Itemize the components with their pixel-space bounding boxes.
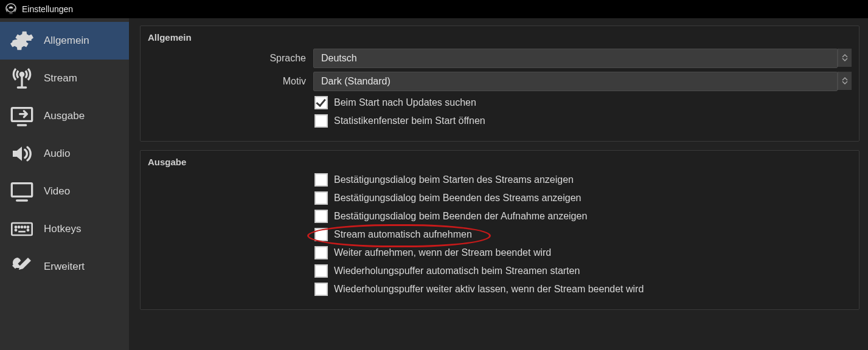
- output-icon: [9, 104, 35, 128]
- svg-point-12: [15, 230, 16, 231]
- checkbox-row-updates: Beim Start nach Updates suchen: [314, 96, 852, 109]
- sidebar-item-ausgabe[interactable]: Ausgabe: [0, 97, 129, 135]
- svg-point-11: [27, 227, 29, 228]
- theme-spinner[interactable]: [838, 72, 852, 90]
- monitor-icon: [9, 179, 35, 204]
- sidebar-item-erweitert[interactable]: Erweitert: [0, 248, 129, 286]
- row-language: Sprache Deutsch: [148, 49, 852, 68]
- checkbox-row-stats: Statistikenfenster beim Start öffnen: [314, 114, 852, 128]
- checkbox-keep-recording[interactable]: [314, 246, 328, 259]
- checkbox-row-replay-buffer-start: Wiederholungspuffer automatisch beim Str…: [314, 264, 852, 278]
- sidebar-item-label: Allgemein: [44, 35, 89, 47]
- sidebar-item-label: Stream: [44, 72, 77, 84]
- sidebar-item-label: Video: [44, 185, 70, 197]
- checkbox-confirm-start-stream[interactable]: [314, 173, 328, 187]
- gear-icon: [9, 29, 35, 53]
- sidebar: Allgemein Stream Ausgabe Audio Video: [0, 18, 129, 350]
- checkbox-confirm-stop-stream[interactable]: [314, 191, 328, 205]
- checkbox-label: Stream automatisch aufnehmen: [334, 229, 472, 240]
- sidebar-item-label: Erweitert: [44, 261, 85, 273]
- panel-title: Allgemein: [148, 32, 852, 43]
- titlebar: Einstellungen: [0, 0, 868, 18]
- speaker-icon: [9, 142, 35, 166]
- sidebar-item-label: Ausgabe: [44, 110, 85, 122]
- checkbox-label: Wiederholungspuffer automatisch beim Str…: [334, 266, 580, 276]
- keyboard-icon: [9, 217, 35, 241]
- svg-point-7: [15, 227, 16, 228]
- panel-title: Ausgabe: [148, 157, 852, 167]
- language-select[interactable]: Deutsch: [313, 49, 838, 68]
- window-title: Einstellungen: [22, 4, 73, 14]
- checkbox-label: Bestätigungsdialog beim Beenden des Stre…: [334, 193, 582, 204]
- antenna-icon: [9, 66, 35, 91]
- content-area: Allgemein Sprache Deutsch Motiv: [129, 18, 868, 350]
- checkbox-label: Bestätigungsdialog beim Starten des Stre…: [334, 174, 574, 185]
- checkbox-label: Bestätigungsdialog beim Beenden der Aufn…: [334, 211, 587, 222]
- checkbox-auto-record-stream[interactable]: [314, 228, 328, 241]
- checkbox-row-confirm-stop-stream: Bestätigungsdialog beim Beenden des Stre…: [314, 191, 852, 205]
- checkbox-row-replay-buffer-keep: Wiederholungspuffer weiter aktiv lassen,…: [314, 283, 852, 296]
- checkbox-replay-buffer-keep[interactable]: [314, 283, 328, 296]
- checkbox-confirm-stop-record[interactable]: [314, 210, 328, 223]
- sidebar-item-stream[interactable]: Stream: [0, 60, 129, 97]
- svg-rect-5: [12, 184, 32, 197]
- checkbox-label: Beim Start nach Updates suchen: [334, 97, 476, 108]
- svg-point-9: [21, 227, 23, 228]
- checkbox-label: Statistikenfenster beim Start öffnen: [334, 115, 485, 126]
- panel-allgemein: Allgemein Sprache Deutsch Motiv: [140, 26, 859, 142]
- theme-value: Dark (Standard): [314, 76, 837, 87]
- checkbox-row-confirm-start-stream: Bestätigungsdialog beim Starten des Stre…: [314, 173, 852, 187]
- checkbox-label: Weiter aufnehmen, wenn der Stream beende…: [334, 247, 551, 258]
- svg-point-10: [24, 227, 26, 228]
- checkbox-row-auto-record-stream: Stream automatisch aufnehmen: [314, 228, 852, 241]
- app-body: Allgemein Stream Ausgabe Audio Video: [0, 18, 868, 350]
- theme-label: Motiv: [148, 76, 313, 87]
- language-spinner[interactable]: [838, 49, 852, 67]
- svg-rect-6: [12, 223, 32, 235]
- checkbox-row-keep-recording: Weiter aufnehmen, wenn der Stream beende…: [314, 246, 852, 259]
- theme-select[interactable]: Dark (Standard): [313, 72, 838, 91]
- checkbox-label: Wiederholungspuffer weiter aktiv lassen,…: [334, 284, 644, 295]
- panel-ausgabe: Ausgabe Bestätigungsdialog beim Starten …: [140, 150, 859, 310]
- svg-point-13: [27, 230, 29, 231]
- app-icon: [5, 2, 17, 16]
- checkbox-updates[interactable]: [314, 96, 328, 109]
- svg-point-8: [18, 227, 19, 228]
- language-label: Sprache: [148, 53, 313, 64]
- sidebar-item-audio[interactable]: Audio: [0, 135, 129, 173]
- checkbox-replay-buffer-start[interactable]: [314, 264, 328, 278]
- sidebar-item-hotkeys[interactable]: Hotkeys: [0, 210, 129, 248]
- checkbox-stats[interactable]: [314, 114, 328, 128]
- sidebar-item-label: Hotkeys: [44, 223, 81, 235]
- checkbox-row-confirm-stop-record: Bestätigungsdialog beim Beenden der Aufn…: [314, 210, 852, 223]
- tools-icon: [9, 255, 35, 279]
- sidebar-item-allgemein[interactable]: Allgemein: [0, 22, 129, 60]
- sidebar-item-label: Audio: [44, 148, 70, 160]
- language-value: Deutsch: [314, 53, 837, 64]
- sidebar-item-video[interactable]: Video: [0, 173, 129, 210]
- row-theme: Motiv Dark (Standard): [148, 72, 852, 91]
